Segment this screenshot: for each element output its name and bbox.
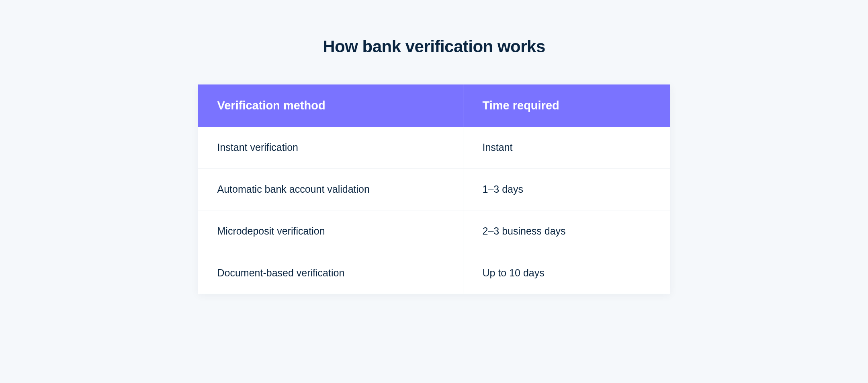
table-header-row: Verification method Time required [198, 84, 670, 127]
cell-method: Microdeposit verification [198, 210, 463, 252]
table-row: Microdeposit verification 2–3 business d… [198, 210, 670, 252]
page-title: How bank verification works [323, 37, 545, 56]
table-row: Document-based verification Up to 10 day… [198, 252, 670, 294]
cell-time: 1–3 days [463, 169, 670, 210]
cell-method: Instant verification [198, 127, 463, 168]
verification-table: Verification method Time required Instan… [198, 84, 670, 294]
cell-time: Instant [463, 127, 670, 168]
table-header-method: Verification method [198, 84, 463, 127]
cell-time: Up to 10 days [463, 252, 670, 294]
table-header-time: Time required [463, 84, 670, 127]
table-row: Instant verification Instant [198, 127, 670, 169]
cell-method: Automatic bank account validation [198, 169, 463, 210]
cell-method: Document-based verification [198, 252, 463, 294]
table-row: Automatic bank account validation 1–3 da… [198, 169, 670, 210]
cell-time: 2–3 business days [463, 210, 670, 252]
